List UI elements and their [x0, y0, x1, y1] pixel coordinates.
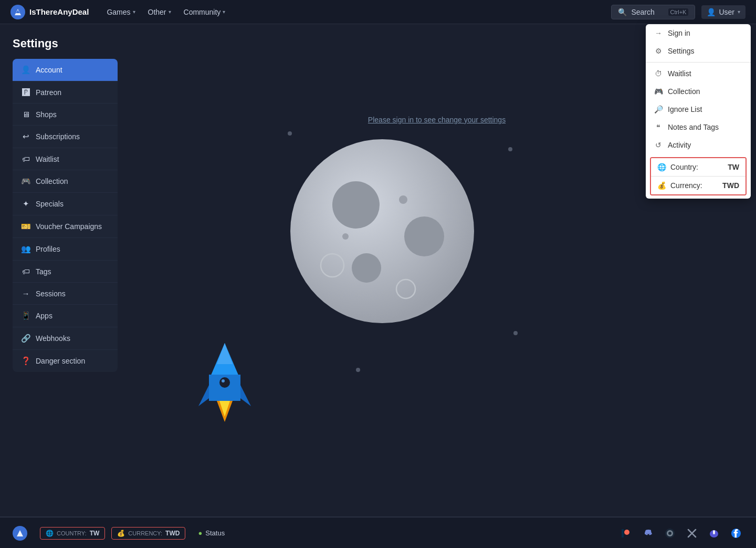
brand-name: IsThereAnyDeal — [29, 7, 89, 16]
patreon-icon: 🅿 — [21, 88, 30, 97]
chevron-down-icon: ▾ — [738, 9, 740, 15]
chevron-down-icon: ▾ — [223, 9, 225, 15]
specials-icon: ✦ — [21, 199, 30, 209]
sidebar: Settings 👤 Account 🅿 Patreon 🖥 Shops ↩ S… — [13, 37, 118, 516]
nav-games[interactable]: Games ▾ — [101, 5, 140, 19]
dropdown-waitlist[interactable]: ⏱ Waitlist — [646, 65, 751, 82]
collection-icon: 🎮 — [654, 87, 663, 96]
star-2 — [508, 147, 512, 151]
sign-in-message[interactable]: Please sign in to see change your settin… — [368, 116, 506, 124]
nav-community[interactable]: Community ▾ — [178, 5, 231, 19]
svg-point-8 — [342, 233, 349, 240]
currency-icon: 💰 — [117, 530, 125, 537]
brand-logo[interactable]: IsThereAnyDeal — [10, 5, 89, 19]
sidebar-item-subscriptions[interactable]: ↩ Subscriptions — [13, 126, 118, 148]
discord-social-icon[interactable] — [640, 526, 655, 541]
navbar: IsThereAnyDeal Games ▾ Other ▾ Community… — [0, 0, 756, 24]
star-5 — [356, 368, 360, 372]
subscriptions-icon: ↩ — [21, 132, 30, 141]
svg-rect-20 — [622, 529, 624, 537]
sidebar-item-shops[interactable]: 🖥 Shops — [13, 104, 118, 126]
nav-other[interactable]: Other ▾ — [143, 5, 176, 19]
sidebar-item-danger[interactable]: ❓ Danger section — [13, 350, 118, 372]
settings-icon: ⚙ — [654, 47, 663, 55]
dropdown-activity[interactable]: ↺ Activity — [646, 136, 751, 154]
svg-point-13 — [222, 379, 225, 382]
svg-point-2 — [332, 181, 380, 229]
sessions-icon: → — [21, 289, 30, 298]
sidebar-item-collection[interactable]: 🎮 Collection — [13, 170, 118, 193]
sidebar-item-apps[interactable]: 📱 Apps — [13, 305, 118, 327]
svg-point-23 — [668, 532, 671, 535]
shops-icon: 🖥 — [21, 110, 30, 119]
footer-socials — [618, 526, 743, 541]
svg-point-19 — [624, 530, 629, 535]
steam-social-icon[interactable] — [663, 526, 677, 541]
nav-links: Games ▾ Other ▾ Community ▾ — [101, 5, 230, 19]
twitter-social-icon[interactable] — [685, 526, 699, 541]
svg-point-1 — [290, 139, 474, 323]
dropdown-settings[interactable]: ⚙ Settings — [646, 42, 751, 60]
dropdown-signin[interactable]: → Sign in — [646, 24, 751, 42]
chevron-down-icon: ▾ — [169, 9, 171, 15]
status-dot-icon: ● — [198, 529, 202, 537]
sidebar-item-profiles[interactable]: 👥 Profiles — [13, 238, 118, 261]
dropdown-notes-tags[interactable]: ❝ Notes and Tags — [646, 118, 751, 136]
country-icon: 🌐 — [657, 163, 666, 171]
footer-status[interactable]: ● Status — [198, 529, 225, 537]
voucher-icon: 🎫 — [21, 222, 30, 231]
ignore-icon: 🔎 — [654, 105, 663, 113]
svg-point-12 — [219, 377, 230, 388]
signin-icon: → — [654, 29, 663, 37]
account-icon: 👤 — [21, 65, 30, 75]
dropdown-country[interactable]: 🌐 Country: TW — [651, 158, 746, 176]
patreon-social-icon[interactable] — [618, 526, 633, 541]
tags-icon: 🏷 — [21, 267, 30, 276]
sidebar-item-sessions[interactable]: → Sessions — [13, 283, 118, 305]
sidebar-menu: 👤 Account 🅿 Patreon 🖥 Shops ↩ Subscripti… — [13, 59, 118, 372]
svg-marker-11 — [217, 343, 233, 364]
svg-marker-14 — [198, 385, 209, 406]
dropdown-locale-section: 🌐 Country: TW 💰 Currency: TWD — [650, 157, 747, 195]
currency-icon: 💰 — [657, 181, 666, 190]
brand-icon — [10, 5, 25, 19]
user-icon: 👤 — [707, 8, 716, 16]
moon-illustration — [277, 131, 477, 331]
search-bar[interactable]: 🔍 Search Ctrl+K — [611, 5, 695, 19]
sidebar-item-account[interactable]: 👤 Account — [13, 59, 118, 81]
activity-icon: ↺ — [654, 141, 663, 149]
profiles-icon: 👥 — [21, 244, 30, 254]
sidebar-item-tags[interactable]: 🏷 Tags — [13, 261, 118, 283]
footer-currency-item[interactable]: 💰 CURRENCY: TWD — [111, 527, 185, 540]
svg-point-7 — [399, 195, 407, 204]
svg-point-3 — [404, 216, 444, 256]
sidebar-item-webhooks[interactable]: 🔗 Webhooks — [13, 327, 118, 350]
collection-icon: 🎮 — [21, 177, 30, 186]
footer-country-item[interactable]: 🌐 COUNTRY: TW — [40, 527, 105, 540]
mastodon-social-icon[interactable] — [707, 526, 721, 541]
dropdown-ignore-list[interactable]: 🔎 Ignore List — [646, 100, 751, 118]
sidebar-item-waitlist[interactable]: 🏷 Waitlist — [13, 148, 118, 170]
sidebar-item-voucher-campaigns[interactable]: 🎫 Voucher Campaigns — [13, 215, 118, 238]
svg-rect-25 — [713, 530, 715, 534]
footer-bar: 🌐 COUNTRY: TW 💰 CURRENCY: TWD ● Status — [0, 517, 756, 548]
svg-marker-15 — [240, 385, 251, 406]
waitlist-icon: 🏷 — [21, 154, 30, 163]
user-dropdown-menu: → Sign in ⚙ Settings ⏱ Waitlist 🎮 Collec… — [646, 24, 751, 199]
star-4 — [513, 331, 518, 335]
sidebar-item-specials[interactable]: ✦ Specials — [13, 193, 118, 215]
dropdown-currency[interactable]: 💰 Currency: TWD — [651, 176, 746, 194]
user-button[interactable]: 👤 User ▾ — [701, 5, 746, 19]
sidebar-item-patreon[interactable]: 🅿 Patreon — [13, 81, 118, 104]
dropdown-collection[interactable]: 🎮 Collection — [646, 82, 751, 100]
dropdown-divider — [646, 62, 751, 63]
chevron-down-icon: ▾ — [133, 9, 135, 15]
page-container: Settings 👤 Account 🅿 Patreon 🖥 Shops ↩ S… — [0, 24, 756, 516]
search-kbd: Ctrl+K — [668, 8, 689, 16]
footer: 🌐 COUNTRY: TW 💰 CURRENCY: TWD ● Status — [0, 516, 756, 548]
notes-icon: ❝ — [654, 123, 663, 131]
apps-icon: 📱 — [21, 311, 30, 320]
facebook-social-icon[interactable] — [729, 526, 743, 541]
waitlist-icon: ⏱ — [654, 69, 663, 78]
footer-locale: 🌐 COUNTRY: TW 💰 CURRENCY: TWD — [40, 527, 185, 540]
